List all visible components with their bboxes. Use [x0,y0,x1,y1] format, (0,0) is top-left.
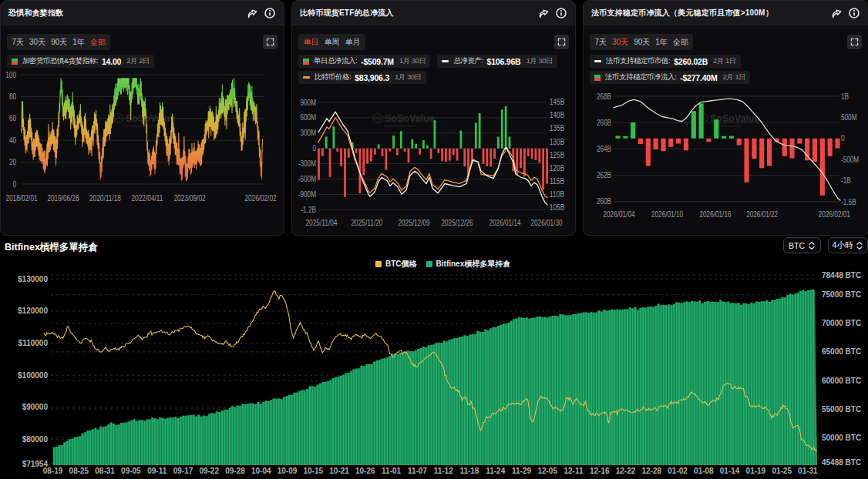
svg-text:01-25: 01-25 [772,467,792,475]
svg-text:100: 100 [5,71,16,79]
svg-text:08-19: 08-19 [43,467,63,475]
svg-text:2026/01/10: 2026/01/10 [651,210,683,219]
svg-text:-1.2B: -1.2B [301,206,316,214]
svg-text:-300M: -300M [298,159,316,168]
svg-text:$130000: $130000 [18,275,48,283]
svg-text:75000 BTC: 75000 BTC [822,290,861,299]
svg-text:-900M: -900M [298,190,316,199]
svg-text:262B: 262B [597,171,611,179]
svg-text:268B: 268B [597,92,611,101]
svg-text:105B: 105B [550,203,564,212]
svg-text:2026/02/01: 2026/02/01 [819,210,850,219]
svg-text:11-01: 11-01 [382,467,401,475]
svg-text:11-12: 11-12 [434,467,453,475]
svg-text:266B: 266B [597,119,611,127]
svg-text:60: 60 [9,114,16,122]
svg-text:09-05: 09-05 [121,467,141,475]
svg-text:70000 BTC: 70000 BTC [822,319,861,327]
svg-text:600M: 600M [301,113,317,122]
svg-text:900M: 900M [301,99,317,107]
svg-text:2018/02/01: 2018/02/01 [6,194,38,203]
svg-text:$110000: $110000 [19,339,49,347]
svg-text:500M: 500M [841,113,857,122]
svg-text:0: 0 [12,180,16,189]
svg-text:2023/09/02: 2023/09/02 [174,194,206,203]
svg-text:2020/11/18: 2020/11/18 [89,194,121,203]
svg-text:$90000: $90000 [22,403,49,411]
svg-text:10-04: 10-04 [251,467,271,475]
svg-text:11-24: 11-24 [486,467,505,475]
svg-text:09-28: 09-28 [225,467,245,475]
svg-text:01-02: 01-02 [668,467,688,475]
svg-text:sosovalue.com: sosovalue.com [126,123,157,128]
svg-text:55000 BTC: 55000 BTC [822,405,861,414]
svg-text:-1B: -1B [841,176,851,185]
svg-text:10-15: 10-15 [304,467,324,475]
svg-text:09-17: 09-17 [173,467,193,475]
svg-text:2025/11/04: 2025/11/04 [306,219,338,227]
svg-text:10-26: 10-26 [355,467,375,475]
svg-text:260B: 260B [597,197,611,206]
svg-text:11-18: 11-18 [459,467,479,475]
svg-text:12-16: 12-16 [590,467,610,475]
svg-text:11-29: 11-29 [512,467,531,475]
svg-text:135B: 135B [550,124,564,132]
svg-text:20: 20 [9,158,16,166]
svg-text:2026/01/04: 2026/01/04 [604,210,635,219]
svg-text:sosovalue.com: sosovalue.com [385,123,416,128]
svg-text:145B: 145B [550,98,564,106]
svg-text:12-22: 12-22 [616,467,636,475]
svg-text:264B: 264B [597,145,611,153]
svg-text:SoSoValue: SoSoValue [385,113,435,124]
svg-text:110B: 110B [550,190,564,199]
svg-text:115B: 115B [550,177,564,186]
svg-text:2025/12/26: 2025/12/26 [442,219,473,227]
svg-text:2026/01/30: 2026/01/30 [531,219,563,227]
svg-text:60000 BTC: 60000 BTC [822,377,861,385]
svg-text:2022/04/11: 2022/04/11 [132,194,163,203]
svg-text:$100000: $100000 [18,371,48,380]
svg-text:78448 BTC: 78448 BTC [822,271,861,280]
svg-text:01-31: 01-31 [798,467,818,475]
svg-text:65000 BTC: 65000 BTC [822,347,861,356]
svg-text:09-11: 09-11 [147,467,167,475]
svg-text:2026/01/16: 2026/01/16 [700,210,732,219]
svg-text:0: 0 [841,134,845,142]
svg-text:1B: 1B [841,92,849,101]
svg-text:SoSoValue: SoSoValue [126,113,176,124]
svg-text:$80000: $80000 [22,435,49,444]
svg-text:140B: 140B [550,111,564,119]
svg-text:2025/11/20: 2025/11/20 [352,219,383,227]
svg-text:2026/02/02: 2026/02/02 [245,194,277,203]
svg-text:2026/01/22: 2026/01/22 [746,210,778,219]
svg-text:10-21: 10-21 [329,467,349,475]
svg-text:-600M: -600M [298,175,316,183]
svg-text:45488 BTC: 45488 BTC [822,458,861,467]
svg-text:2025/12/09: 2025/12/09 [399,219,430,227]
svg-text:08-25: 08-25 [69,467,89,475]
svg-text:125B: 125B [550,151,564,159]
svg-text:08-31: 08-31 [95,467,115,475]
svg-text:300M: 300M [301,129,317,137]
svg-text:0: 0 [312,144,316,152]
svg-text:-500M: -500M [841,156,859,164]
svg-text:11-07: 11-07 [408,467,427,475]
svg-text:130B: 130B [550,138,564,146]
svg-text:12-05: 12-05 [537,467,557,475]
svg-text:10-09: 10-09 [278,467,298,475]
svg-text:40: 40 [9,136,16,145]
svg-text:2019/06/28: 2019/06/28 [48,194,79,203]
svg-text:09-22: 09-22 [199,467,219,475]
svg-text:12-11: 12-11 [564,467,583,475]
svg-text:01-08: 01-08 [694,467,714,475]
svg-text:-1.5B: -1.5B [841,198,856,206]
svg-text:80: 80 [9,92,16,101]
svg-text:01-19: 01-19 [746,467,766,475]
svg-text:50000 BTC: 50000 BTC [822,434,861,442]
svg-text:12-28: 12-28 [642,467,662,475]
svg-text:$120000: $120000 [18,306,48,315]
svg-text:2026/01/14: 2026/01/14 [490,219,521,227]
svg-text:01-14: 01-14 [720,467,740,475]
svg-text:120B: 120B [550,164,564,173]
